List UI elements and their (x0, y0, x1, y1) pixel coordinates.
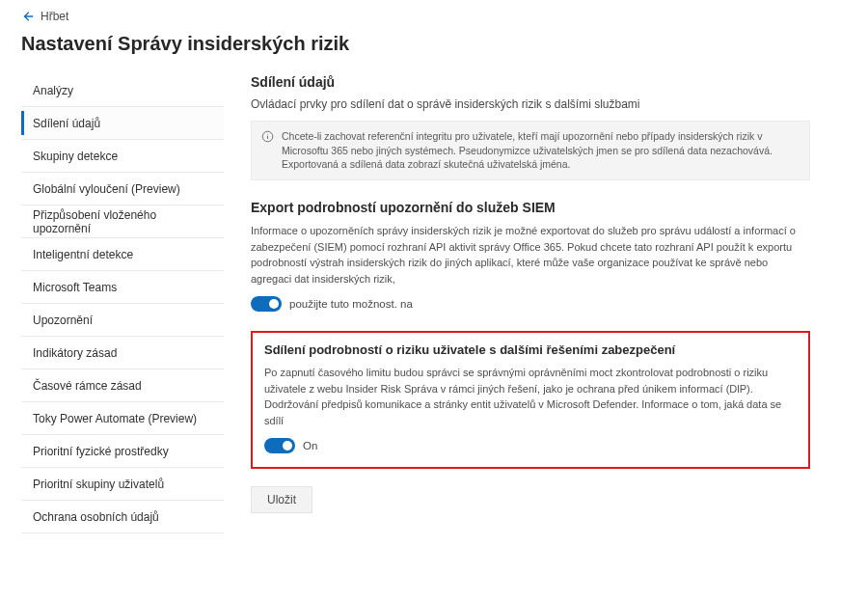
arrow-left-icon (21, 10, 35, 23)
page-title: Nastavení Správy insiderských rizik (0, 27, 868, 74)
sidebar-item-label: Ochrana osobních údajů (33, 510, 159, 524)
svg-point-2 (267, 133, 268, 134)
section-heading: Export podrobností upozornění do služeb … (251, 200, 810, 215)
siem-toggle-row: použijte tuto možnost. na (251, 296, 810, 312)
sidebar-item-analyzy[interactable]: Analýzy (21, 74, 224, 107)
user-risk-sharing-toggle[interactable] (264, 438, 295, 453)
sidebar-item-label: Skupiny detekce (33, 150, 118, 163)
section-heading: Sdílení údajů (251, 74, 810, 90)
sidebar-item-label: Microsoft Teams (33, 281, 117, 294)
toggle-label: použijte tuto možnost. na (289, 298, 413, 310)
section-body: Po zapnutí časového limitu budou správci… (264, 365, 797, 428)
sidebar-item-label: Inteligentní detekce (33, 248, 133, 261)
sidebar-item-casove-ramce[interactable]: Časové rámce zásad (21, 369, 224, 402)
section-data-sharing: Sdílení údajů Ovládací prvky pro sdílení… (251, 74, 810, 180)
sidebar-item-label: Prioritní fyzické prostředky (33, 445, 169, 458)
sidebar-item-globalni-vylouceni[interactable]: Globální vyloučení (Preview) (21, 173, 224, 205)
sidebar-item-power-automate[interactable]: Toky Power Automate (Preview) (21, 402, 224, 435)
back-label: Hřbet (41, 10, 68, 23)
sidebar-item-label: Toky Power Automate (Preview) (33, 412, 197, 425)
siem-export-toggle[interactable] (251, 296, 282, 312)
sidebar-item-label: Globální vyloučení (Preview) (33, 182, 180, 196)
info-text: Chcete-li zachovat referenční integritu … (282, 129, 800, 172)
sidebar-item-label: Časové rámce zásad (33, 379, 142, 393)
sidebar-item-prioritni-fyzicke[interactable]: Prioritní fyzické prostředky (21, 435, 224, 468)
sidebar-item-label: Přizpůsobení vloženého upozornění (33, 208, 216, 235)
sidebar-item-prizpusobeni-upozorneni[interactable]: Přizpůsobení vloženého upozornění (21, 205, 224, 238)
sidebar-item-skupiny-detekce[interactable]: Skupiny detekce (21, 140, 224, 173)
info-icon (261, 130, 274, 143)
user-risk-toggle-row: On (264, 438, 797, 453)
section-siem-export: Export podrobností upozornění do služeb … (251, 200, 810, 312)
main-content: Sdílení údajů Ovládací prvky pro sdílení… (251, 74, 810, 533)
sidebar-item-upozorneni[interactable]: Upozornění (21, 304, 224, 337)
sidebar-item-ochrana-osobnich[interactable]: Ochrana osobních údajů (21, 501, 224, 533)
sidebar-item-label: Prioritní skupiny uživatelů (33, 478, 164, 491)
back-link[interactable]: Hřbet (0, 0, 68, 27)
toggle-label: On (303, 440, 317, 451)
save-button[interactable]: Uložit (251, 486, 312, 513)
sidebar-item-label: Sdílení údajů (33, 117, 100, 130)
sidebar-item-prioritni-skupiny[interactable]: Prioritní skupiny uživatelů (21, 468, 224, 501)
section-subtext: Ovládací prvky pro sdílení dat o správě … (251, 97, 810, 111)
settings-sidebar: Analýzy Sdílení údajů Skupiny detekce Gl… (21, 74, 224, 533)
sidebar-item-label: Analýzy (33, 84, 73, 97)
section-heading: Sdílení podrobností o riziku uživatele s… (264, 342, 797, 357)
sidebar-item-label: Upozornění (33, 314, 93, 327)
sidebar-item-inteligentni-detekce[interactable]: Inteligentní detekce (21, 238, 224, 271)
section-body: Informace o upozorněních správy insiders… (251, 223, 810, 287)
section-user-risk-sharing-highlight: Sdílení podrobností o riziku uživatele s… (251, 331, 810, 469)
sidebar-item-indikatory-zasad[interactable]: Indikátory zásad (21, 337, 224, 369)
info-callout: Chcete-li zachovat referenční integritu … (251, 121, 810, 180)
sidebar-item-microsoft-teams[interactable]: Microsoft Teams (21, 271, 224, 304)
sidebar-item-label: Indikátory zásad (33, 346, 117, 360)
sidebar-item-sdileni-udaju[interactable]: Sdílení údajů (21, 107, 224, 140)
